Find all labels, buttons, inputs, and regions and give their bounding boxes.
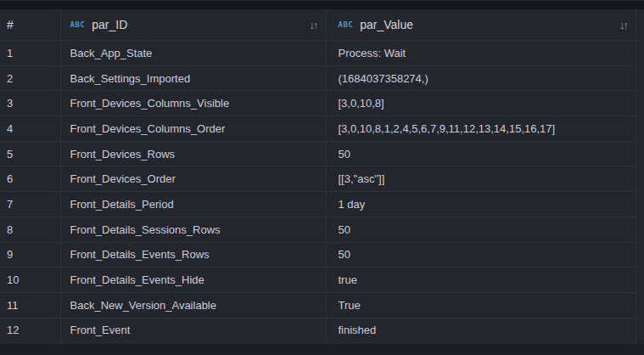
panel-bottom-edge	[0, 344, 644, 355]
row-index-cell: 1	[0, 41, 61, 65]
par-value-cell: True	[327, 293, 636, 318]
string-type-icon: ABC	[339, 20, 354, 29]
table-row: 6 Front_Devices_Order [[3,"asc"]]	[0, 166, 636, 192]
par-id-cell: Front_Details_Period	[61, 192, 327, 217]
par-id-cell: Front_Devices_Columns_Visible	[61, 91, 327, 116]
table-row: 11 Back_New_Version_Available True	[0, 293, 636, 318]
table-row: 10 Front_Details_Events_Hide true	[0, 268, 636, 293]
par-value-cell: 1 day	[327, 192, 636, 217]
par-value-cell: [[3,"asc"]]	[327, 166, 636, 191]
par-id-cell: Front_Event	[61, 318, 327, 343]
parameters-table: # ABC par_ID ↓↑ ABC par_Value ↓↑ 1 Back_…	[0, 9, 636, 343]
table-row: 2 Back_Settings_Imported (1684037358274,…	[0, 66, 636, 92]
par-id-cell: Back_Settings_Imported	[61, 66, 327, 91]
table-body: 1 Back_App_State Process: Wait 2 Back_Se…	[0, 41, 636, 343]
string-type-icon: ABC	[70, 20, 86, 29]
par-value-cell: [3,0,10,8]	[327, 91, 636, 116]
row-index-cell: 4	[0, 116, 61, 141]
par-value-cell: Process: Wait	[327, 41, 636, 65]
row-index-cell: 9	[0, 243, 61, 268]
table-row: 9 Front_Details_Events_Rows 50	[0, 243, 636, 268]
par-value-cell: true	[327, 268, 636, 292]
par-value-cell: 50	[327, 142, 636, 166]
sort-icon[interactable]: ↓↑	[310, 19, 326, 31]
scrollbar-gutter	[636, 9, 644, 344]
par-id-header-label: par_ID	[92, 18, 127, 31]
column-header-par-id[interactable]: ABC par_ID ↓↑	[61, 9, 327, 40]
par-id-cell: Front_Devices_Order	[61, 166, 327, 191]
row-index-cell: 7	[0, 192, 61, 217]
row-index-cell: 5	[0, 142, 61, 166]
sort-icon[interactable]: ↓↑	[619, 19, 636, 31]
row-index-cell: 2	[0, 66, 61, 91]
table-row: 7 Front_Details_Period 1 day	[0, 192, 636, 217]
table-row: 3 Front_Devices_Columns_Visible [3,0,10,…	[0, 91, 636, 116]
par-id-cell: Front_Devices_Columns_Order	[61, 116, 327, 141]
par-value-header-label: par_Value	[360, 18, 413, 31]
row-index-cell: 12	[0, 318, 61, 343]
par-value-cell: 50	[327, 243, 636, 268]
table-panel: # ABC par_ID ↓↑ ABC par_Value ↓↑ 1 Back_…	[0, 0, 644, 355]
par-value-cell: 50	[327, 217, 636, 242]
par-id-cell: Front_Devices_Rows	[61, 142, 327, 166]
row-index-cell: 3	[0, 91, 61, 116]
row-index-cell: 8	[0, 217, 61, 242]
column-header-index: #	[0, 9, 61, 40]
par-id-cell: Front_Details_Sessions_Rows	[61, 217, 327, 242]
table-row: 8 Front_Details_Sessions_Rows 50	[0, 217, 636, 243]
par-id-cell: Back_App_State	[61, 41, 327, 65]
par-value-cell: (1684037358274,)	[327, 66, 636, 91]
par-value-cell: finished	[327, 318, 636, 343]
row-index-cell: 6	[0, 166, 61, 191]
par-id-cell: Back_New_Version_Available	[61, 293, 327, 318]
table-row: 1 Back_App_State Process: Wait	[0, 41, 636, 66]
table-row: 5 Front_Devices_Rows 50	[0, 142, 636, 167]
row-index-cell: 11	[0, 293, 61, 318]
table-row: 4 Front_Devices_Columns_Order [3,0,10,8,…	[0, 116, 636, 142]
row-index-cell: 10	[0, 268, 61, 292]
column-header-par-value[interactable]: ABC par_Value ↓↑	[327, 9, 636, 40]
panel-top-edge	[0, 0, 644, 9]
index-header-label: #	[7, 18, 14, 31]
table-header-row: # ABC par_ID ↓↑ ABC par_Value ↓↑	[0, 9, 636, 41]
par-id-cell: Front_Details_Events_Rows	[61, 243, 327, 268]
par-id-cell: Front_Details_Events_Hide	[61, 268, 327, 292]
table-row: 12 Front_Event finished	[0, 318, 636, 344]
par-value-cell: [3,0,10,8,1,2,4,5,6,7,9,11,12,13,14,15,1…	[327, 116, 636, 141]
